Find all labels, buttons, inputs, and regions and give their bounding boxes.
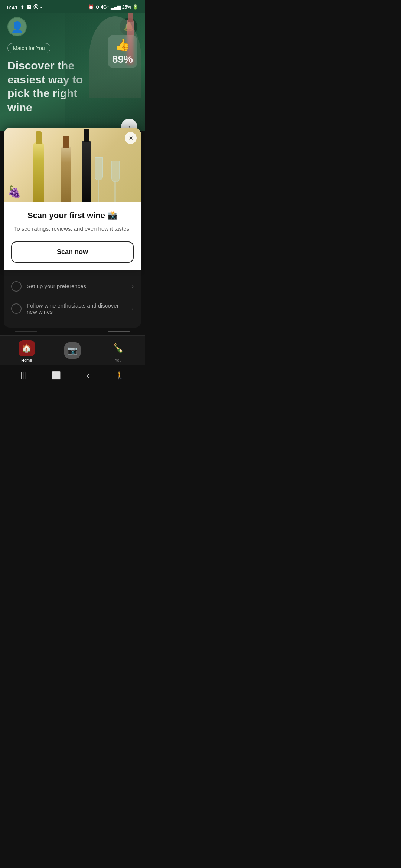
battery-icon: 🔋 [133,4,138,10]
upload-icon: ⬆ [20,4,24,10]
chevron-right-icon-1: › [132,283,134,290]
avatar[interactable]: 👤 [7,17,27,36]
modal-body: Scan your first wine 📸 To see ratings, r… [4,202,141,270]
bottom-area: 🏠 Home 📷 🍾 You ||| ⬜ ‹ 🚶 [0,328,145,387]
nav-item-home[interactable]: 🏠 Home [4,340,49,362]
status-left: 6:41 ⬆ 🖼 Ⓢ • [7,4,42,10]
location-icon: ⊙ [95,4,99,10]
signal-4g-icon: 4G+ [101,4,109,10]
grapes-icon: 🍇 [7,185,21,198]
status-time: 6:41 [7,4,18,10]
match-percentage-bubble: 👍 89% [108,35,137,68]
modal-card: 🍇 ✕ Scan your first wine 📸 To see rating… [4,128,141,270]
match-badge[interactable]: Match for You [7,43,50,53]
checklist-text-follow: Follow wine enthusiasts and discover new… [27,302,127,315]
home-nav-label: Home [21,358,32,362]
check-circle-2 [11,303,22,314]
close-icon: ✕ [128,135,133,142]
bottles-icon: 🍾 [113,343,124,354]
camera-icon: 📷 [67,346,77,355]
wine-scene: 🍇 [4,128,141,202]
wine-glass-1 [93,157,104,202]
back-icon: ‹ [87,370,90,381]
back-system-button[interactable]: ‹ [87,370,90,381]
check-circle-1 [11,281,22,292]
modal-subtitle: To see ratings, reviews, and even how it… [11,225,134,233]
wine-bottle-2 [61,146,71,202]
bottom-nav: 🏠 Home 📷 🍾 You [0,335,145,365]
checklist-section: Set up your preferences › Follow wine en… [4,270,141,328]
swipe-indicator [0,331,145,332]
status-bar: 6:41 ⬆ 🖼 Ⓢ • ⏰ ⊙ 4G+ ▂▄▆ 25% 🔋 [0,0,145,13]
wine-bottle-3 [82,141,91,202]
photo-icon: 🖼 [26,4,31,10]
recents-button[interactable]: ||| [20,371,26,380]
checklist-text-preferences: Set up your preferences [27,283,127,289]
thumbs-up-icon: 👍 [115,38,130,52]
swipe-line-center [108,331,130,332]
match-percent: 89% [112,53,133,65]
home-icon: 🏠 [22,343,32,353]
modal-title: Scan your first wine 📸 [11,211,134,220]
alarm-icon: ⏰ [88,4,94,10]
camera-icon-wrap: 📷 [64,342,81,359]
hero-section: 👤 🔔 Match for You Discover the easiest w… [0,13,145,131]
checklist-item-preferences[interactable]: Set up your preferences › [11,276,134,297]
nav-item-scan[interactable]: 📷 [49,342,95,360]
hero-decoration: 👍 89% [65,13,145,131]
accessibility-button[interactable]: 🚶 [115,371,124,380]
modal-image: 🍇 ✕ [4,128,141,202]
home-system-icon: ⬜ [52,371,61,379]
scan-now-button[interactable]: Scan now [11,241,134,263]
recents-icon: ||| [20,371,26,379]
dot-icon: • [40,4,42,10]
battery-text: 25% [122,4,131,10]
dollar-icon: Ⓢ [33,4,38,10]
home-system-button[interactable]: ⬜ [52,371,61,380]
system-nav-bar: ||| ⬜ ‹ 🚶 [0,365,145,387]
nav-item-you[interactable]: 🍾 You [95,340,141,362]
wine-bottle-1 [33,142,44,202]
chevron-right-icon-2: › [132,305,134,312]
home-icon-wrap: 🏠 [19,340,35,356]
you-nav-label: You [115,358,122,362]
wine-glass-2 [110,161,121,202]
you-icon-wrap: 🍾 [110,340,126,356]
close-button[interactable]: ✕ [125,132,137,144]
swipe-line-left [15,331,37,332]
accessibility-icon: 🚶 [115,371,124,379]
status-right: ⏰ ⊙ 4G+ ▂▄▆ 25% 🔋 [88,4,138,10]
checklist-item-follow[interactable]: Follow wine enthusiasts and discover new… [11,297,134,320]
signal-bars-icon: ▂▄▆ [111,4,121,10]
